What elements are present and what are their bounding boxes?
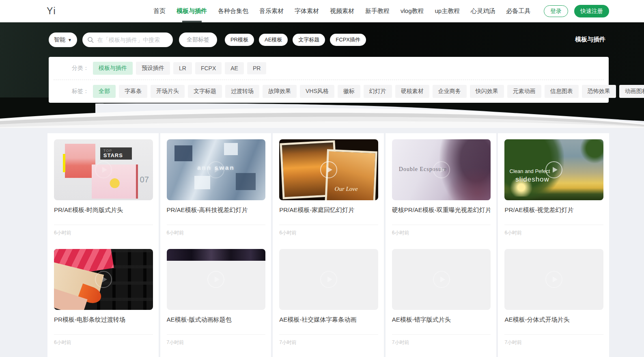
tag-pill[interactable]: 快闪效果 <box>470 85 504 98</box>
quick-tag-button[interactable]: FCPX插件 <box>330 34 366 46</box>
card-title[interactable]: PR/AE模板-家庭回忆幻灯片 <box>279 206 378 214</box>
video-thumbnail[interactable] <box>167 249 266 310</box>
nav-item[interactable]: 首页 <box>153 0 166 22</box>
tag-pill[interactable]: 硬核素材 <box>395 85 429 98</box>
tag-pill[interactable]: 动画图标 <box>619 85 644 98</box>
tag-pill[interactable]: 幻灯片 <box>364 85 392 98</box>
nav-item-label: up主教程 <box>435 7 460 15</box>
template-card[interactable]: Double Ecsposure 硬核PR/AE模板-双重曝光视差幻灯片 6小时… <box>386 133 497 243</box>
nav-item[interactable]: 视频素材 <box>330 0 354 22</box>
video-thumbnail[interactable]: Double Ecsposure <box>392 139 491 200</box>
search-box[interactable] <box>82 32 173 47</box>
category-pill[interactable]: 预设插件 <box>136 62 170 75</box>
tag-pill[interactable]: 文字标题 <box>188 85 222 98</box>
search-mode-select[interactable]: 智能 ▼ <box>49 32 77 47</box>
play-icon <box>433 271 450 288</box>
quick-tag-label: AE模板 <box>265 37 282 43</box>
template-card[interactable]: AE模板-社交媒体字幕条动画 7小时前 <box>273 243 384 357</box>
thumb-overlay-text: Clean and Pefect <box>510 168 550 174</box>
template-card[interactable]: AE模板-错字版式片头 7小时前 <box>386 243 497 357</box>
tag-pill[interactable]: 字幕条 <box>119 85 147 98</box>
card-timestamp: 7小时前 <box>167 335 266 346</box>
auth-buttons: 登录 快速注册 <box>544 5 609 17</box>
nav-item-label: 必备工具 <box>506 7 530 15</box>
video-thumbnail[interactable] <box>54 249 153 310</box>
nav-item[interactable]: vlog教程 <box>401 0 424 22</box>
nav-item[interactable]: 模板与插件 <box>177 0 207 22</box>
card-title[interactable]: PR模板-电影条纹过渡转场 <box>54 316 153 324</box>
tag-pill[interactable]: 全部 <box>93 85 116 98</box>
top-navbar: Yi 首页 模板与插件 各种合集包 音乐素材 字体素材 视频素材 新手教程 vl… <box>0 0 644 22</box>
quick-tag-button[interactable]: PR模板 <box>225 34 254 46</box>
video-thumbnail[interactable] <box>392 249 491 310</box>
search-input[interactable] <box>97 36 168 43</box>
video-thumbnail[interactable]: Clean and Pefect slideshow <box>504 139 603 200</box>
quick-tag-button[interactable]: AE模板 <box>259 34 288 46</box>
category-pills: 模板与插件 预设插件 LR FCPX AE PR <box>93 62 266 75</box>
nav-item[interactable]: 心灵鸡汤 <box>471 0 495 22</box>
quick-tag-button[interactable]: 文字标题 <box>293 34 325 46</box>
video-thumbnail[interactable] <box>279 249 378 310</box>
nav-item[interactable]: 各种合集包 <box>218 0 248 22</box>
video-thumbnail[interactable]: ann swan <box>167 139 266 200</box>
nav-item[interactable]: 新手教程 <box>365 0 390 22</box>
template-card[interactable]: AE模板-版式动画标题包 7小时前 <box>160 243 271 357</box>
quick-tag-label: 文字标题 <box>298 37 319 43</box>
category-pill[interactable]: LR <box>173 62 192 74</box>
category-pill-label: 预设插件 <box>142 65 164 71</box>
tag-pill[interactable]: 过渡转场 <box>225 85 259 98</box>
tag-pill[interactable]: 恐怖效果 <box>582 85 616 98</box>
tag-pill-label: 幻灯片 <box>369 88 386 94</box>
tag-pill[interactable]: 故障效果 <box>263 85 297 98</box>
tag-filter-row: 标签： 全部 字幕条 开场片头 文字标题 过渡转场 故障效果 VHS风格 <box>49 80 609 103</box>
tag-pill[interactable]: 开场片头 <box>151 85 185 98</box>
all-tags-button[interactable]: 全部标签 <box>179 32 217 47</box>
nav-item[interactable]: up主教程 <box>435 0 460 22</box>
thumb-decor <box>224 143 238 155</box>
tag-pills: 全部 字幕条 开场片头 文字标题 过渡转场 故障效果 VHS风格 徽标 幻灯片 <box>93 85 644 98</box>
card-title[interactable]: 硬核PR/AE模板-双重曝光视差幻灯片 <box>392 206 491 214</box>
tag-pill-label: 快闪效果 <box>476 88 498 94</box>
video-thumbnail[interactable]: TOP STARS 07 <box>54 139 153 200</box>
hero-search-band: 智能 ▼ 全部标签 PR模板 AE模板 文字标题 FCPX插件 模板与插件 分类… <box>0 22 644 97</box>
card-title[interactable]: PR/AE模板-高科技视差幻灯片 <box>167 206 266 214</box>
category-pill[interactable]: AE <box>225 62 244 74</box>
card-timestamp: 6小时前 <box>392 225 491 236</box>
nav-item[interactable]: 音乐素材 <box>259 0 284 22</box>
tag-pill[interactable]: 徽标 <box>338 85 360 98</box>
login-button[interactable]: 登录 <box>544 5 568 17</box>
template-card[interactable]: AE模板-分体式开场片头 7小时前 <box>498 243 609 357</box>
active-tab-underline <box>182 21 202 22</box>
thumb-decor <box>174 145 192 161</box>
category-pill-label: LR <box>179 65 186 71</box>
card-title[interactable]: PR/AE模板-视觉差幻灯片 <box>504 206 603 214</box>
nav-item[interactable]: 必备工具 <box>506 0 530 22</box>
tag-pill[interactable]: 企业商务 <box>433 85 467 98</box>
video-thumbnail[interactable]: Our Love <box>279 139 378 200</box>
card-title[interactable]: AE模板-版式动画标题包 <box>167 316 266 324</box>
thumb-decor <box>63 154 65 172</box>
nav-item[interactable]: 字体素材 <box>295 0 319 22</box>
template-card[interactable]: Clean and Pefect slideshow PR/AE模板-视觉差幻灯… <box>498 133 609 243</box>
template-card[interactable]: TOP STARS 07 PR/AE模板-时尚版式片头 6小时前 <box>47 133 159 243</box>
category-pill[interactable]: FCPX <box>195 62 222 74</box>
card-title[interactable]: AE模板-分体式开场片头 <box>504 316 603 324</box>
card-title[interactable]: AE模板-错字版式片头 <box>392 316 491 324</box>
category-pill[interactable]: PR <box>247 62 266 74</box>
template-card[interactable]: ann swan PR/AE模板-高科技视差幻灯片 6小时前 <box>160 133 271 243</box>
template-card[interactable]: PR模板-电影条纹过渡转场 6小时前 <box>47 243 159 357</box>
tag-pill[interactable]: 元素动画 <box>507 85 541 98</box>
category-pill-label: PR <box>253 65 261 71</box>
card-title[interactable]: AE模板-社交媒体字幕条动画 <box>279 316 378 324</box>
category-pill[interactable]: 模板与插件 <box>93 62 133 75</box>
tag-pill[interactable]: 信息图表 <box>545 85 579 98</box>
video-thumbnail[interactable] <box>504 249 603 310</box>
thumb-decor <box>194 176 210 189</box>
site-logo[interactable]: Yi <box>47 6 56 17</box>
tag-pill[interactable]: VHS风格 <box>300 85 334 98</box>
card-timestamp: 6小时前 <box>279 225 378 236</box>
play-icon <box>545 161 562 178</box>
template-card[interactable]: Our Love PR/AE模板-家庭回忆幻灯片 6小时前 <box>273 133 384 243</box>
register-button[interactable]: 快速注册 <box>574 5 609 17</box>
card-title[interactable]: PR/AE模板-时尚版式片头 <box>54 206 153 214</box>
